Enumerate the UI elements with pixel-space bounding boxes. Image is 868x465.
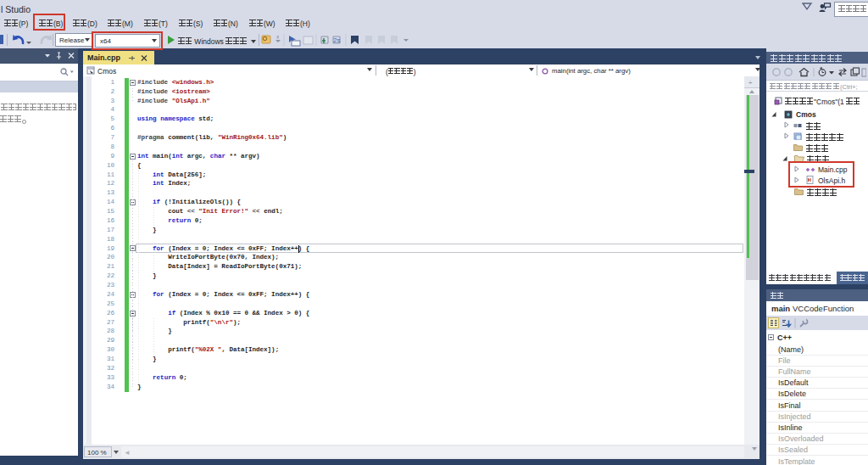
svg-text:2s: 2s <box>333 36 340 44</box>
